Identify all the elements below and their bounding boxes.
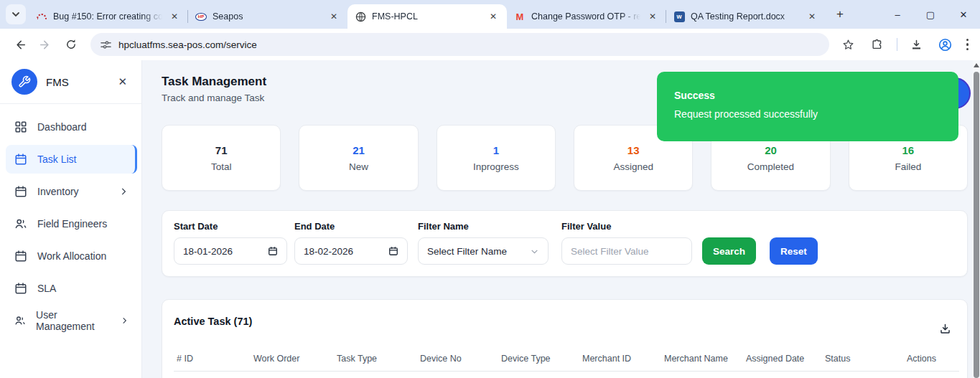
active-task-title: Active Task (71) — [174, 310, 252, 327]
stat-value: 21 — [353, 144, 365, 156]
minimize-button[interactable]: – — [881, 0, 914, 29]
end-date-value: 18-02-2026 — [304, 246, 383, 257]
calendar-icon — [14, 282, 27, 295]
cell-device-type — [498, 372, 579, 378]
close-tab-icon[interactable]: ✕ — [646, 10, 659, 23]
filter-name-select[interactable]: Select Filter Name — [418, 237, 549, 265]
tab-bug-150[interactable]: Bug #150: Error creating con ✕ — [29, 4, 188, 29]
end-date-input[interactable]: 18-02-2026 — [294, 237, 408, 265]
tab-qa-testing-report[interactable]: w QA Testing Report.docx ✕ — [666, 4, 826, 29]
page-scrollbar[interactable] — [973, 60, 980, 378]
close-tab-icon[interactable]: ✕ — [806, 10, 818, 23]
calendar-icon[interactable] — [388, 246, 398, 256]
close-window-button[interactable]: ✕ — [947, 0, 980, 29]
sidebar-item-dashboard[interactable]: Dashboard — [6, 113, 137, 141]
browser-menu-icon[interactable] — [962, 34, 974, 55]
window-controls: – ▢ ✕ — [881, 0, 980, 29]
hp-logo-icon: HP — [195, 11, 207, 22]
scroll-up-icon[interactable] — [974, 63, 979, 67]
bookmark-star-icon[interactable] — [836, 32, 861, 57]
sidebar-nav: Dashboard Task List Inventory Field Engi… — [0, 104, 141, 335]
toast-title: Success — [674, 90, 941, 101]
close-tab-icon[interactable]: ✕ — [327, 10, 340, 23]
dashboard-grid-icon — [14, 121, 27, 133]
start-date-value: 18-01-2026 — [183, 246, 262, 257]
calendar-icon — [14, 185, 27, 198]
gmail-icon: M — [514, 11, 526, 22]
export-download-icon[interactable] — [935, 310, 956, 338]
tab-fms-hpcl-active[interactable]: FMS-HPCL ✕ — [347, 4, 507, 29]
toolbar-divider — [897, 38, 897, 51]
url-text: hpcluatfms.sea-pos.com/service — [118, 39, 257, 50]
reload-button[interactable] — [59, 32, 83, 57]
sidebar-close-icon[interactable]: ✕ — [115, 72, 130, 91]
word-icon: w — [673, 11, 685, 22]
calendar-icon — [14, 153, 27, 166]
users-icon — [14, 314, 26, 327]
new-tab-button[interactable]: + — [830, 4, 850, 24]
address-bar[interactable]: hpcluatfms.sea-pos.com/service — [90, 33, 829, 56]
brand-name: FMS — [46, 76, 106, 88]
tab-seapos[interactable]: HP Seapos ✕ — [188, 4, 347, 29]
sidebar-item-label: Field Engineers — [37, 218, 107, 230]
tab-change-password-otp[interactable]: M Change Password OTP - reva ✕ — [507, 4, 666, 29]
stat-label: Failed — [895, 161, 921, 172]
cell-work-order: WO-000047 — [251, 372, 334, 378]
downloads-icon[interactable] — [905, 32, 929, 57]
scrollbar-thumb[interactable] — [974, 72, 979, 378]
stat-value: 20 — [765, 144, 777, 156]
stat-label: New — [349, 161, 368, 172]
sidebar-item-sla[interactable]: SLA — [6, 274, 137, 303]
extensions-icon[interactable] — [865, 32, 890, 57]
toast-message: Request processed successfully — [674, 108, 941, 120]
tab-title: Change Password OTP - reva — [531, 11, 640, 22]
start-date-input[interactable]: 18-01-2026 — [174, 237, 287, 265]
close-tab-icon[interactable]: ✕ — [168, 10, 181, 23]
tab-title: Bug #150: Error creating con — [53, 11, 162, 22]
stat-card-total: 71 Total — [162, 125, 281, 191]
cell-merchant-name: Test12345 — [661, 372, 743, 378]
filter-panel: Start Date 18-01-2026 End Date 18-02-202… — [162, 210, 968, 277]
maximize-button[interactable]: ▢ — [914, 0, 947, 29]
col-assigned-date: Assigned Date — [743, 348, 822, 372]
filter-value-input[interactable] — [561, 237, 692, 265]
col-id: # ID — [174, 348, 251, 372]
col-device-no: Device No — [417, 348, 498, 372]
stat-card-new: 21 New — [299, 125, 418, 191]
sidebar-item-field-engineers[interactable]: Field Engineers — [6, 209, 137, 238]
tab-search-button[interactable] — [6, 4, 26, 24]
end-date-field: End Date 18-02-2026 — [294, 221, 408, 265]
redmine-icon — [36, 11, 47, 22]
site-settings-icon — [101, 39, 111, 50]
filter-name-field: Filter Name Select Filter Name — [418, 221, 549, 265]
calendar-icon — [14, 250, 27, 263]
active-task-panel: Active Task (71) # ID Work Order Task Ty… — [162, 299, 968, 378]
filter-value-label: Filter Value — [561, 221, 692, 232]
filter-name-label: Filter Name — [418, 221, 549, 232]
close-tab-icon[interactable]: ✕ — [487, 10, 500, 23]
calendar-icon[interactable] — [268, 246, 278, 256]
cell-status: Assigned — [822, 372, 904, 378]
profile-icon[interactable] — [933, 32, 958, 57]
filter-name-value: Select Filter Name — [427, 246, 524, 257]
search-button[interactable]: Search — [702, 237, 756, 265]
stat-card-inprogress: 1 Inprogress — [437, 125, 556, 191]
tab-title: FMS-HPCL — [372, 11, 481, 22]
sidebar-item-task-list[interactable]: Task List — [6, 145, 137, 174]
cell-task-type: Complaint — [334, 372, 417, 378]
chevron-right-icon — [120, 316, 129, 326]
sidebar-item-inventory[interactable]: Inventory — [6, 177, 137, 206]
col-work-order: Work Order — [251, 348, 334, 372]
col-merchant-name: Merchant Name — [661, 348, 743, 372]
sidebar-item-user-management[interactable]: User Management — [6, 306, 137, 335]
sidebar-item-work-allocation[interactable]: Work Allocation — [6, 242, 137, 270]
wrench-icon — [18, 75, 31, 88]
success-toast[interactable]: Success Request processed successfully — [657, 72, 958, 141]
chevron-down-icon — [11, 10, 20, 19]
cell-merchant-id: 100000088 — [579, 372, 661, 378]
back-button[interactable] — [7, 32, 32, 57]
end-date-label: End Date — [294, 221, 408, 232]
reset-button[interactable]: Reset — [770, 237, 818, 265]
stat-label: Total — [211, 161, 232, 172]
forward-button[interactable] — [33, 32, 57, 57]
